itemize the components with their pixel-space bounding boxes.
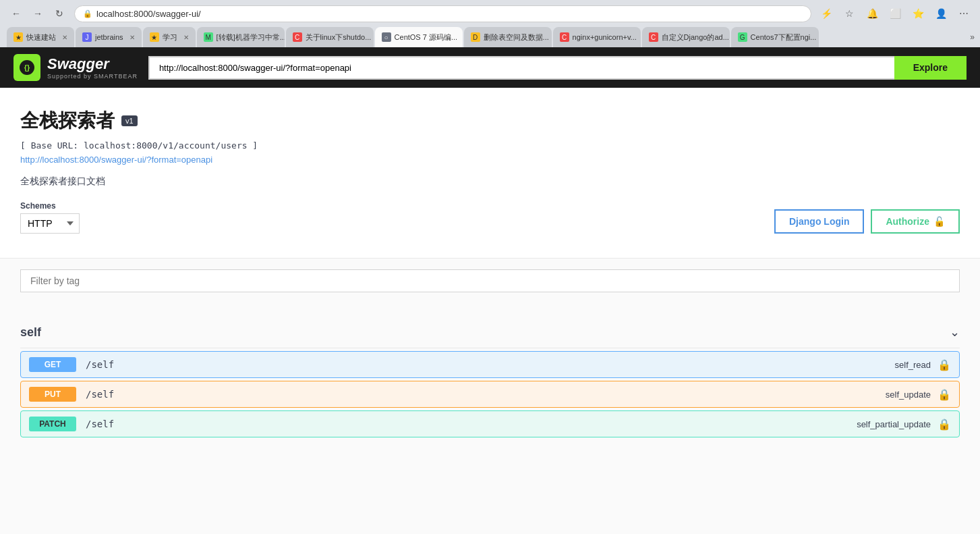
method-badge-patch: PATCH xyxy=(29,417,76,431)
tab-8[interactable]: C nginx+gunicorn+v... ✕ xyxy=(553,27,641,47)
tab-label-9: 自定义Django的ad... xyxy=(662,32,729,43)
method-badge-get: GET xyxy=(29,357,76,372)
schemes-row: Schemes HTTP HTTPS Django Login Authoriz… xyxy=(20,201,960,244)
nav-buttons: ← → ↻ xyxy=(7,4,69,23)
address-bar[interactable]: 🔒 localhost:8000/swagger-ui/ xyxy=(74,5,811,22)
tab-favicon-7: D xyxy=(471,32,480,42)
back-button[interactable]: ← xyxy=(7,4,26,23)
tab-label-3: 学习 xyxy=(163,32,177,43)
swagger-logo: {} Swagger Supported by SMARTBEAR xyxy=(13,54,138,81)
tab-label-7: 删除表空间及数据... xyxy=(484,32,549,43)
tab-close-3[interactable]: ✕ xyxy=(183,34,189,41)
schemes-control: Schemes HTTP HTTPS xyxy=(20,201,80,234)
bookmarks-button[interactable]: ⭐ xyxy=(909,4,927,23)
endpoint-row-self-patch[interactable]: PATCH /self self_partial_update 🔒 xyxy=(20,410,960,437)
operation-id-self-partial-update: self_partial_update xyxy=(857,419,931,429)
tab-label-8: nginx+gunicorn+v... xyxy=(573,33,637,41)
tab-favicon-8: C xyxy=(560,32,569,42)
tab-favicon-10: G xyxy=(738,32,747,42)
api-path-self-patch: /self xyxy=(86,419,857,429)
svg-text:{}: {} xyxy=(24,63,30,72)
tab-label-10: Centos7下配置ngi... xyxy=(751,32,817,43)
api-base-url: [ Base URL: localhost:8000/v1/account/us… xyxy=(20,140,960,151)
endpoints-section: self ⌄ GET /self self_read 🔒 PUT /self s… xyxy=(0,317,980,437)
tab-10[interactable]: G Centos7下配置ngi... ✕ xyxy=(731,27,819,47)
tab-favicon-2: J xyxy=(82,32,92,42)
tab-favicon-4: M xyxy=(204,32,213,42)
swagger-logo-icon: {} xyxy=(13,54,40,81)
forward-button[interactable]: → xyxy=(28,4,47,23)
chevron-down-icon: ⌄ xyxy=(950,325,960,340)
browser-actions: ⚡ ☆ 🔔 ⬜ ⭐ 👤 ⋯ xyxy=(817,4,973,23)
schemes-label: Schemes xyxy=(20,201,80,211)
api-title-row: 全栈探索者 v1 xyxy=(20,108,960,134)
tab-favicon-5: C xyxy=(293,32,302,42)
method-badge-put: PUT xyxy=(29,387,76,402)
tab-9[interactable]: C 自定义Django的ad... ✕ xyxy=(642,27,730,47)
tab-3[interactable]: ★ 学习 ✕ xyxy=(143,27,196,47)
tab-label-1: 快速建站 xyxy=(26,32,56,43)
profiles-button[interactable]: 👤 xyxy=(931,4,950,23)
tab-label-5: 关于linux下shutdo... xyxy=(306,32,372,43)
django-login-button[interactable]: Django Login xyxy=(774,209,864,234)
tab-7[interactable]: D 删除表空间及数据... ✕ xyxy=(464,27,552,47)
reload-button[interactable]: ↻ xyxy=(50,4,69,23)
swagger-url-input[interactable] xyxy=(148,56,894,80)
tab-label-6: CentOS 7 源码编... xyxy=(395,32,458,43)
auth-buttons: Django Login Authorize 🔓 xyxy=(774,209,960,234)
endpoint-row-self-get[interactable]: GET /self self_read 🔒 xyxy=(20,351,960,378)
api-title: 全栈探索者 xyxy=(20,108,115,134)
tab-5[interactable]: C 关于linux下shutdo... ✕ xyxy=(286,27,374,47)
api-description: 全栈探索者接口文档 xyxy=(20,176,960,188)
filter-section xyxy=(0,259,980,303)
tabs-bar: ★ 快速建站 ✕ J jetbrains ✕ ★ 学习 ✕ M [转载]机器学习… xyxy=(0,27,980,47)
tab-6[interactable]: ○ CentOS 7 源码编... ✕ xyxy=(375,27,463,47)
tab-favicon-6: ○ xyxy=(382,32,391,42)
extensions-button[interactable]: ⚡ xyxy=(817,4,836,23)
authorize-button[interactable]: Authorize 🔓 xyxy=(871,209,960,234)
lock-icon-self-get: 🔒 xyxy=(938,358,951,371)
operation-id-self-update: self_update xyxy=(886,390,931,400)
tab-label-4: [转载]机器学习中常... xyxy=(217,32,285,43)
cast-button[interactable]: ⬜ xyxy=(886,4,904,23)
tab-favicon-9: C xyxy=(649,32,658,42)
swagger-header: {} Swagger Supported by SMARTBEAR Explor… xyxy=(0,47,980,88)
menu-button[interactable]: ⋯ xyxy=(954,4,973,23)
api-version-badge: v1 xyxy=(121,115,138,126)
explore-button[interactable]: Explore xyxy=(894,56,967,80)
swagger-url-bar: Explore xyxy=(148,56,967,80)
tab-close-1[interactable]: ✕ xyxy=(62,34,67,41)
star-button[interactable]: ☆ xyxy=(840,4,859,23)
tab-1[interactable]: ★ 快速建站 ✕ xyxy=(7,27,74,47)
schemes-select[interactable]: HTTP HTTPS xyxy=(20,213,80,234)
api-path-self-put: /self xyxy=(86,389,886,400)
swagger-subtitle: Supported by SMARTBEAR xyxy=(47,73,138,80)
authorize-label: Authorize xyxy=(886,216,929,227)
browser-toolbar: ← → ↻ 🔒 localhost:8000/swagger-ui/ ⚡ ☆ 🔔… xyxy=(0,0,980,27)
authorize-lock-icon: 🔓 xyxy=(933,216,945,227)
tab-label-2: jetbrains xyxy=(95,33,123,41)
api-path-self-get: /self xyxy=(86,359,895,370)
tab-favicon-3: ★ xyxy=(150,32,159,42)
swagger-title: Swagger xyxy=(47,55,138,73)
swagger-logo-text: Swagger Supported by SMARTBEAR xyxy=(47,55,138,80)
endpoint-row-self-put[interactable]: PUT /self self_update 🔒 xyxy=(20,381,960,408)
tab-2[interactable]: J jetbrains ✕ xyxy=(76,27,142,47)
filter-input[interactable] xyxy=(20,269,960,292)
lock-icon-self-put: 🔒 xyxy=(938,388,951,401)
notifications-button[interactable]: 🔔 xyxy=(863,4,882,23)
tag-name-self: self xyxy=(20,325,41,340)
tabs-more-button[interactable]: » xyxy=(964,30,980,45)
url-text: localhost:8000/swagger-ui/ xyxy=(96,9,803,19)
tag-section-self: self ⌄ GET /self self_read 🔒 PUT /self s… xyxy=(20,317,960,437)
main-content: 全栈探索者 v1 [ Base URL: localhost:8000/v1/a… xyxy=(0,88,980,258)
tab-close-2[interactable]: ✕ xyxy=(129,34,135,41)
api-spec-link[interactable]: http://localhost:8000/swagger-ui/?format… xyxy=(20,155,960,165)
security-lock-icon: 🔒 xyxy=(83,9,92,18)
tab-favicon-1: ★ xyxy=(13,32,23,42)
operation-id-self-read: self_read xyxy=(895,360,931,370)
browser-chrome: ← → ↻ 🔒 localhost:8000/swagger-ui/ ⚡ ☆ 🔔… xyxy=(0,0,980,47)
tab-4[interactable]: M [转载]机器学习中常... ✕ xyxy=(197,27,285,47)
lock-icon-self-patch: 🔒 xyxy=(938,418,951,431)
tag-header-self[interactable]: self ⌄ xyxy=(20,317,960,348)
